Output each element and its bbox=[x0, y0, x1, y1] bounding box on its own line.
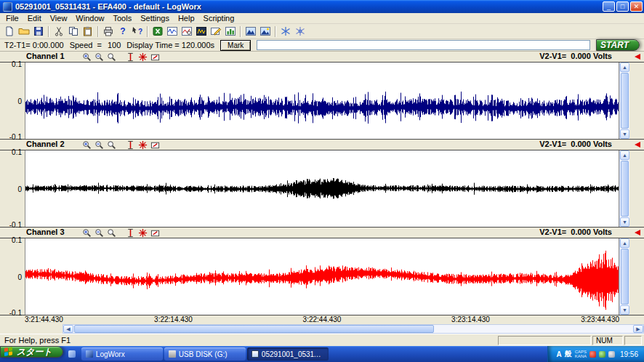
taskbar-item-document[interactable]: 05291001_05311431 -... bbox=[247, 347, 329, 361]
start-button[interactable]: START bbox=[596, 39, 640, 51]
vertical-scrollbar[interactable]: ▲ ▼ bbox=[619, 63, 629, 139]
close-button[interactable]: ✕ bbox=[630, 1, 643, 12]
quick-launch-icon[interactable] bbox=[68, 350, 76, 358]
menu-scripting[interactable]: Scripting bbox=[199, 14, 239, 23]
cursor-tool-button[interactable] bbox=[125, 140, 136, 150]
taskbar-item-label: LogWorx bbox=[96, 350, 125, 358]
waveform-canvas[interactable] bbox=[25, 150, 619, 227]
zoom-out-button[interactable] bbox=[94, 228, 105, 238]
paste-button[interactable] bbox=[81, 25, 95, 38]
scrollbar-thumb[interactable] bbox=[74, 325, 434, 333]
copy-button[interactable] bbox=[66, 25, 81, 38]
help-icon: ? bbox=[120, 27, 125, 36]
taskbar-item-logworx[interactable]: LogWorx bbox=[81, 347, 163, 361]
menu-view[interactable]: View bbox=[46, 14, 72, 23]
scrollbar-thumb[interactable] bbox=[621, 161, 629, 217]
scroll-up-icon[interactable]: ▲ bbox=[620, 63, 629, 72]
menu-file[interactable]: File bbox=[1, 14, 23, 23]
menu-edit[interactable]: Edit bbox=[23, 14, 46, 23]
trigger-marker-icon[interactable] bbox=[635, 54, 640, 60]
zoom-out-button[interactable] bbox=[94, 140, 105, 150]
zoom-in-button[interactable] bbox=[81, 140, 92, 150]
save-button[interactable] bbox=[31, 25, 46, 38]
ime-kanji-indicator[interactable]: 般 bbox=[565, 349, 572, 359]
zoom-in-button[interactable] bbox=[81, 228, 92, 238]
scroll-left-icon[interactable]: ◀ bbox=[63, 325, 73, 333]
menu-window[interactable]: Window bbox=[71, 14, 108, 23]
snowflake-b-button[interactable] bbox=[293, 25, 307, 38]
trigger-tool-icon bbox=[138, 52, 148, 62]
waveform-view-button[interactable] bbox=[165, 25, 180, 38]
zoom-reset-icon bbox=[107, 52, 116, 62]
zoom-reset-button[interactable] bbox=[106, 228, 117, 238]
ime-mode-indicator[interactable]: A bbox=[556, 350, 561, 358]
taskbar-clock[interactable]: 19:56 bbox=[620, 350, 638, 358]
bar-chart-icon bbox=[225, 26, 236, 36]
scroll-up-icon[interactable]: ▲ bbox=[620, 150, 629, 160]
y-tick-label: 0.1 bbox=[12, 148, 22, 156]
zoom-out-button[interactable] bbox=[94, 52, 105, 62]
maximize-button[interactable]: □ bbox=[616, 1, 629, 12]
vertical-scrollbar[interactable]: ▲ ▼ bbox=[619, 238, 629, 315]
status-panel bbox=[624, 336, 642, 345]
spectrum-view-button[interactable] bbox=[194, 25, 209, 38]
cut-button[interactable] bbox=[52, 25, 66, 38]
measure-tool-icon bbox=[150, 52, 160, 62]
scroll-right-icon[interactable]: ▶ bbox=[633, 325, 643, 333]
start-menu-button[interactable]: スタート bbox=[0, 346, 63, 358]
tray-icon-green[interactable] bbox=[599, 351, 605, 358]
cursor-tool-button[interactable] bbox=[125, 52, 136, 62]
measure-tool-button[interactable] bbox=[150, 140, 161, 150]
channel-3-header: Channel 3 V2-V1= 0.000 Volts bbox=[0, 228, 644, 238]
mountain-zoom-button[interactable] bbox=[258, 25, 273, 38]
print-button[interactable] bbox=[101, 25, 116, 38]
edit-annotate-button[interactable] bbox=[209, 25, 223, 38]
mark-text-input[interactable] bbox=[257, 40, 590, 50]
cursor-tool-button[interactable] bbox=[125, 228, 136, 238]
scrollbar-thumb[interactable] bbox=[621, 249, 629, 305]
new-file-button[interactable] bbox=[2, 25, 17, 38]
snowflake-a-button[interactable] bbox=[278, 25, 293, 38]
menu-tools[interactable]: Tools bbox=[108, 14, 136, 23]
num-lock-indicator: NUM bbox=[592, 336, 623, 345]
measure-tool-button[interactable] bbox=[150, 52, 161, 62]
bar-chart-button[interactable] bbox=[223, 25, 238, 38]
scroll-down-icon[interactable]: ▼ bbox=[620, 217, 629, 227]
trigger-marker-icon[interactable] bbox=[635, 142, 640, 148]
window-title: 05291001_05311431 - EFA400 - default - L… bbox=[15, 2, 603, 11]
waveform-zoom-button[interactable] bbox=[180, 25, 194, 38]
tray-icon-red[interactable] bbox=[589, 351, 596, 358]
open-file-button[interactable] bbox=[17, 25, 31, 38]
trigger-marker-icon[interactable] bbox=[635, 230, 640, 236]
scrollbar-thumb[interactable] bbox=[621, 73, 629, 129]
scrollbar-track[interactable] bbox=[435, 325, 633, 333]
help-button[interactable]: ? bbox=[116, 25, 130, 38]
mark-button[interactable]: Mark bbox=[220, 40, 251, 51]
measure-tool-button[interactable] bbox=[150, 228, 161, 238]
mountain-view-button[interactable] bbox=[243, 25, 258, 38]
scroll-down-icon[interactable]: ▼ bbox=[620, 129, 629, 139]
tray-icon-volume[interactable] bbox=[608, 351, 615, 358]
trigger-tool-button[interactable] bbox=[137, 228, 148, 238]
menu-help[interactable]: Help bbox=[174, 14, 199, 23]
toolbar: ? ? bbox=[0, 24, 644, 39]
waveform-canvas[interactable] bbox=[25, 63, 619, 139]
scroll-down-icon[interactable]: ▼ bbox=[620, 305, 629, 315]
scroll-up-icon[interactable]: ▲ bbox=[620, 238, 629, 248]
minimize-button[interactable]: _ bbox=[603, 1, 615, 12]
trigger-tool-button[interactable] bbox=[137, 140, 148, 150]
horizontal-scrollbar[interactable]: ◀ ▶ bbox=[63, 324, 644, 334]
export-button[interactable] bbox=[150, 25, 165, 38]
zoom-reset-button[interactable] bbox=[106, 52, 117, 62]
zoom-reset-button[interactable] bbox=[106, 140, 117, 150]
zoom-in-button[interactable] bbox=[81, 52, 92, 62]
svg-text:?: ? bbox=[138, 28, 142, 36]
trigger-tool-button[interactable] bbox=[137, 52, 148, 62]
waveform-canvas[interactable] bbox=[25, 238, 619, 315]
control-bar: T2-T1= 0:00.000 Speed = 100 Display Time… bbox=[0, 39, 644, 52]
vertical-scrollbar[interactable]: ▲ ▼ bbox=[619, 150, 629, 227]
edit-annotate-icon bbox=[210, 26, 222, 36]
taskbar-item-usb-disk[interactable]: USB DISK (G:) bbox=[164, 347, 246, 361]
context-help-button[interactable]: ? bbox=[130, 25, 145, 38]
menu-settings[interactable]: Settings bbox=[136, 14, 174, 23]
